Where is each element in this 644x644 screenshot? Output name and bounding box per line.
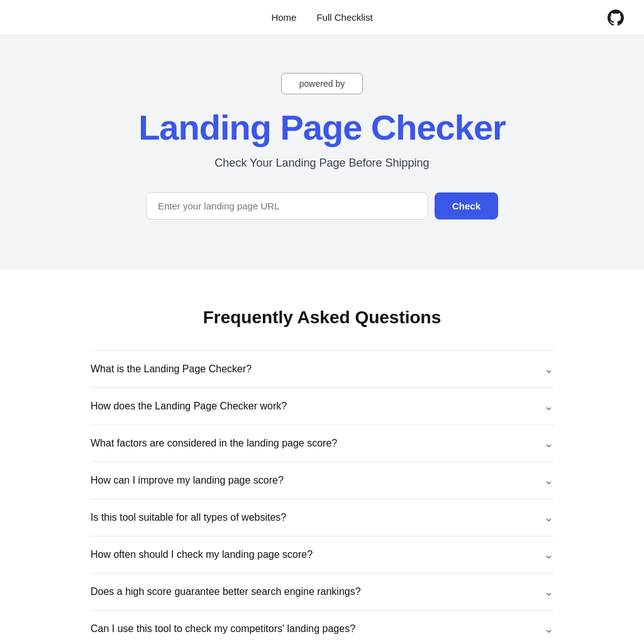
faq-title: Frequently Asked Questions: [91, 308, 553, 328]
powered-by-badge: powered by: [281, 73, 363, 94]
hero-title: Landing Page Checker: [138, 107, 506, 148]
faq-question: Does a high score guarantee better searc…: [91, 586, 361, 597]
faq-question: What factors are considered in the landi…: [91, 438, 337, 449]
navbar: Home Full Checklist: [0, 0, 644, 35]
faq-item[interactable]: What factors are considered in the landi…: [91, 425, 553, 462]
chevron-down-icon: ⌄: [544, 548, 553, 562]
faq-question: How can I improve my landing page score?: [91, 475, 284, 486]
navbar-links: Home Full Checklist: [271, 12, 372, 23]
chevron-down-icon: ⌄: [544, 399, 553, 413]
faq-item[interactable]: Can I use this tool to check my competit…: [91, 611, 553, 644]
github-icon: [608, 9, 624, 26]
faq-item[interactable]: How often should I check my landing page…: [91, 536, 553, 574]
hero-section: powered by Landing Page Checker Check Yo…: [0, 35, 644, 270]
chevron-down-icon: ⌄: [544, 585, 553, 599]
chevron-down-icon: ⌄: [544, 622, 553, 636]
faq-question: How does the Landing Page Checker work?: [91, 401, 287, 412]
faq-list: What is the Landing Page Checker?⌄How do…: [91, 350, 553, 644]
chevron-down-icon: ⌄: [544, 362, 553, 376]
chevron-down-icon: ⌄: [544, 436, 553, 450]
home-link[interactable]: Home: [271, 12, 296, 23]
faq-question: How often should I check my landing page…: [91, 549, 313, 560]
chevron-down-icon: ⌄: [544, 474, 553, 487]
faq-question: Is this tool suitable for all types of w…: [91, 512, 286, 523]
faq-question: Can I use this tool to check my competit…: [91, 623, 355, 635]
full-checklist-link[interactable]: Full Checklist: [316, 12, 372, 23]
faq-section: Frequently Asked Questions What is the L…: [70, 270, 574, 644]
github-link[interactable]: [608, 9, 624, 26]
chevron-down-icon: ⌄: [544, 511, 553, 525]
faq-item[interactable]: How can I improve my landing page score?…: [91, 462, 553, 499]
faq-item[interactable]: What is the Landing Page Checker?⌄: [91, 350, 553, 388]
faq-item[interactable]: Is this tool suitable for all types of w…: [91, 499, 553, 536]
search-row: Check: [146, 192, 498, 219]
faq-question: What is the Landing Page Checker?: [91, 364, 252, 375]
faq-item[interactable]: How does the Landing Page Checker work?⌄: [91, 388, 553, 425]
faq-item[interactable]: Does a high score guarantee better searc…: [91, 574, 553, 611]
check-button[interactable]: Check: [435, 192, 498, 219]
url-input[interactable]: [146, 192, 428, 219]
hero-subtitle: Check Your Landing Page Before Shipping: [214, 157, 429, 170]
